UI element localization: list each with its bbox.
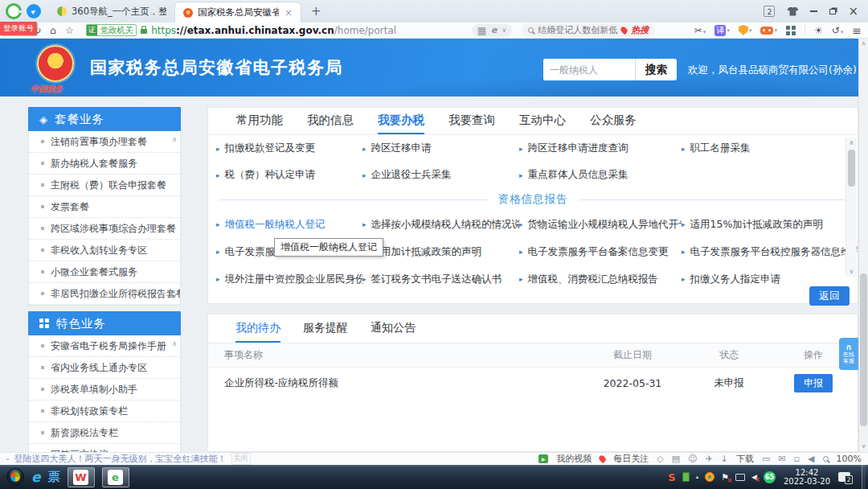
- taskbar-360browser-button[interactable]: e: [102, 467, 129, 487]
- skin-theme-icon[interactable]: [787, 7, 798, 16]
- mail-icon[interactable]: ✉: [778, 454, 785, 463]
- link-item[interactable]: ▸跨区迁移申请进度查询: [519, 142, 682, 155]
- sidebar-item[interactable]: 省内业务线上通办专区: [29, 357, 180, 379]
- tab-common-functions[interactable]: 常用功能: [236, 108, 283, 134]
- translate-icon[interactable]: 译▾: [714, 25, 730, 36]
- scroll-down-icon[interactable]: ∨: [846, 267, 857, 277]
- browser-tab-360nav[interactable]: 360导航_一个主页，整个世界: [49, 0, 174, 23]
- action-center-flag-icon[interactable]: ⚑×: [721, 473, 729, 482]
- window-icon[interactable]: ▫: [794, 454, 800, 463]
- tab-my-todo[interactable]: 我的待办: [235, 314, 280, 343]
- flame-icon[interactable]: [598, 454, 607, 463]
- scroll-up-icon[interactable]: ∧: [172, 341, 177, 347]
- link-item[interactable]: ▸增值税、消费税汇总纳税报告: [519, 273, 682, 285]
- scroll-up-icon[interactable]: ∧: [859, 39, 868, 48]
- sidebar-item[interactable]: 非居民扣缴企业所得税报告套餐: [29, 283, 180, 305]
- security-shield-icon[interactable]: ▾: [739, 25, 752, 35]
- link-item[interactable]: ▸签订税务文书电子送达确认书: [362, 273, 519, 285]
- network-tray-icon[interactable]: [735, 474, 745, 481]
- game-center-icon[interactable]: ▾: [760, 27, 777, 35]
- new-tab-button[interactable]: +: [311, 4, 321, 18]
- picture-icon[interactable]: ▤: [672, 454, 680, 463]
- volume-muted-icon[interactable]: ◀×: [751, 474, 757, 481]
- page-scrollbar[interactable]: ∧ ∨: [858, 39, 868, 452]
- my-video-icon[interactable]: ▶: [538, 454, 548, 463]
- site-search-input[interactable]: [543, 59, 635, 80]
- link-item[interactable]: ▸跨区迁移申请: [362, 142, 519, 155]
- link-item[interactable]: ▸扣缴义务人指定申请: [682, 273, 858, 285]
- sogou-tray-icon[interactable]: S: [668, 471, 675, 483]
- screenshot-scissors-icon[interactable]: ✂▾: [694, 25, 706, 36]
- sidebar-section-package[interactable]: ◈ 套餐业务: [28, 107, 181, 131]
- taskbar-ie-icon[interactable]: e: [31, 471, 41, 484]
- link-item[interactable]: ▸境外注册中资控股企业居民身份认定: [216, 273, 362, 285]
- sidebar-item[interactable]: 新资源税法专栏: [29, 422, 180, 444]
- recently-closed-icon[interactable]: ↺▾: [832, 25, 844, 36]
- taskbar-clock[interactable]: 12:422022-03-20: [782, 468, 832, 486]
- declare-button[interactable]: 申报: [794, 374, 833, 392]
- link-item[interactable]: ▸选择按小规模纳税人纳税的情况说明: [362, 218, 519, 232]
- browser-search-box[interactable]: 结婚登记人数创新低 热搜: [522, 23, 655, 37]
- home-icon[interactable]: ⌂: [50, 26, 56, 35]
- sidebar-item[interactable]: 新办纳税人套餐服务: [29, 153, 180, 175]
- back-button[interactable]: 返回: [809, 286, 850, 306]
- restore-button[interactable]: [829, 9, 836, 14]
- download-icon[interactable]: ↓: [721, 454, 728, 463]
- sidebar-item[interactable]: 发票套餐: [29, 196, 180, 218]
- panel-scrollbar[interactable]: ∧ ∨: [845, 138, 857, 277]
- sidebar-item[interactable]: 涉税表单填制小助手: [29, 379, 180, 401]
- apps-grid-icon[interactable]: [786, 26, 796, 35]
- rocket-icon[interactable]: ✈: [706, 454, 713, 463]
- notification-icon[interactable]: 2: [838, 472, 850, 482]
- sidebar-section-featured[interactable]: 特色业务: [28, 311, 181, 335]
- link-item[interactable]: ▸电子发票服务平台税控服务器信息维护: [682, 245, 858, 259]
- battery-tray-icon[interactable]: [682, 472, 690, 482]
- taskbar-wps-button[interactable]: W: [68, 467, 95, 487]
- link-item[interactable]: ▸税（费）种认定申请: [216, 168, 362, 182]
- zoom-icon[interactable]: [823, 456, 829, 462]
- tab-service-reminder[interactable]: 服务提醒: [303, 314, 348, 343]
- sidebar-item[interactable]: 小微企业套餐式服务: [29, 261, 180, 283]
- extension-cluster[interactable]: ▦ e ∨: [472, 24, 513, 37]
- tab-my-info[interactable]: 我的信息: [307, 108, 354, 134]
- address-bar[interactable]: 证 党政机关 https://etax.anhui.chinatax.gov.c…: [86, 24, 462, 36]
- tab-public-service[interactable]: 公众服务: [590, 108, 637, 134]
- link-item[interactable]: ▸扣缴税款登记及变更: [216, 142, 362, 155]
- site-search-button[interactable]: 搜索: [635, 59, 677, 80]
- ad-close-button[interactable]: 关闭: [231, 453, 251, 465]
- speaker-icon[interactable]: ◀: [808, 454, 814, 463]
- zoom-level[interactable]: 100%: [837, 454, 862, 464]
- scroll-down-icon[interactable]: ∨: [859, 442, 868, 451]
- online-service-button[interactable]: ∩ 在线客服: [839, 338, 858, 370]
- daily-focus-label[interactable]: 每日关注: [613, 453, 649, 465]
- sidebar-item[interactable]: 安徽省电子税务局操作手册: [29, 335, 180, 357]
- link-item[interactable]: ▸企业退役士兵采集: [362, 168, 519, 182]
- tray-expand-icon[interactable]: ▴: [696, 474, 699, 480]
- nav-launcher-icon[interactable]: ▸: [27, 4, 41, 18]
- printer-icon[interactable]: ▭: [762, 454, 770, 463]
- scroll-up-icon[interactable]: ∧: [172, 137, 177, 143]
- tab-tax-handling[interactable]: 我要办税: [378, 108, 424, 134]
- start-button[interactable]: [6, 468, 24, 486]
- 360-tray-icon[interactable]: [705, 472, 714, 482]
- daynight-icon[interactable]: ☀: [814, 25, 823, 36]
- sidebar-item[interactable]: 跨区域涉税事项综合办理套餐: [29, 218, 180, 240]
- sidebar-item[interactable]: 非税收入划转业务专区: [29, 240, 180, 261]
- minimize-button[interactable]: [810, 10, 817, 12]
- scroll-up-icon[interactable]: ∧: [846, 138, 857, 148]
- tab-inquiry[interactable]: 我要查询: [448, 108, 495, 134]
- my-video-label[interactable]: 我的视频: [556, 453, 592, 465]
- scrollbar-thumb[interactable]: [860, 273, 867, 426]
- close-button[interactable]: ×: [848, 6, 858, 18]
- taskbar-invoice-app-icon[interactable]: 票: [48, 470, 60, 485]
- collapse-chevron-icon[interactable]: ›: [4, 458, 12, 461]
- scrollbar-thumb[interactable]: [848, 150, 855, 187]
- sidebar-item[interactable]: 主附税（费）联合申报套餐: [29, 175, 180, 196]
- link-item[interactable]: ▸适用15%加计抵减政策的声明: [682, 218, 858, 232]
- tab-notices[interactable]: 通知公告: [371, 314, 416, 343]
- url-text[interactable]: https://etax.anhui.chinatax.gov.cn/home/…: [151, 25, 396, 36]
- sidebar-item[interactable]: 注销前置事项办理套餐: [29, 131, 180, 153]
- todo-item-name[interactable]: 企业所得税-应纳税所得额: [208, 376, 584, 390]
- tab-count-badge[interactable]: 2: [764, 6, 775, 17]
- link-item[interactable]: ▸适用加计抵减政策的声明: [362, 245, 519, 259]
